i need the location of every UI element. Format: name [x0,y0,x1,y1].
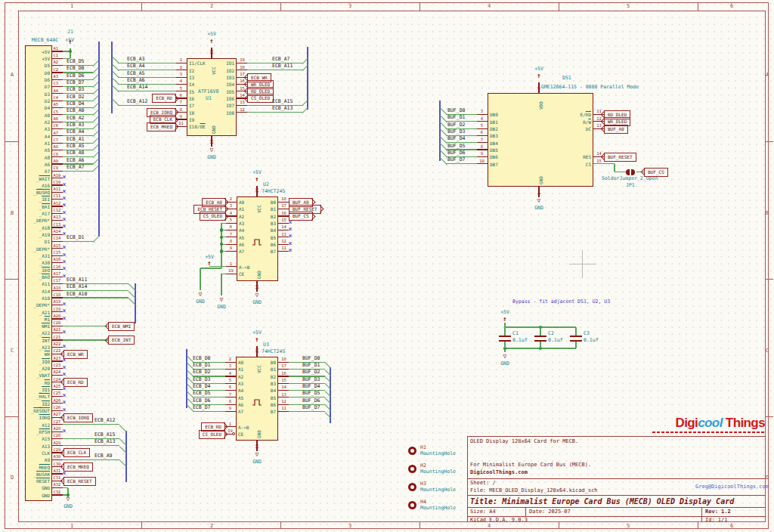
global-label-BUF_RESET[interactable]: BUF_RESET [604,153,636,162]
global-label-ECB_WR[interactable]: ECB_WR [63,350,88,359]
net-label[interactable]: ECB_D4 [67,101,84,107]
net-label[interactable]: ECB_A15 [94,431,115,438]
global-label-ECB_INT[interactable]: ECB_INT [108,336,135,345]
net-label[interactable]: ECB_A8 [67,150,84,156]
net-label[interactable]: ECB_D1 [67,234,84,240]
net-label[interactable]: ECB_A10 [67,291,87,297]
net-label[interactable]: ECB_D1 [193,362,210,368]
net-label[interactable]: ECB_A3 [127,56,144,62]
net-label[interactable]: ECB_D6 [67,73,84,79]
net-label[interactable]: BUF_D1 [447,114,465,120]
net-label[interactable]: ECB_A12 [127,98,147,104]
global-label-CS_OLED[interactable]: CS_OLED [200,212,226,221]
global-label-CS_OLED[interactable]: CS_OLED [199,430,225,439]
net-label[interactable]: ECB_A7 [67,164,84,170]
capacitor-plate[interactable] [499,340,511,342]
net-label[interactable]: BUF_D7 [302,404,320,410]
solder-jumper-icon[interactable] [631,169,635,175]
net-label[interactable]: BUF_D5 [302,390,320,396]
net-label[interactable]: ECB_D5 [193,390,210,396]
global-label-ECB_NMI[interactable]: ECB_NMI [108,322,135,331]
pin-name: GND [538,176,543,184]
net-label[interactable]: BUF_D6 [447,150,465,156]
global-label-ECB_RD[interactable]: ECB_RD [152,94,176,103]
net-label[interactable]: ECB_A6 [67,157,84,163]
net-label[interactable]: ECB_A4 [127,63,144,69]
net-label[interactable]: ECB_A3 [67,122,84,128]
net-label[interactable]: BUF_D5 [447,143,465,149]
net-label[interactable]: ECB_D0 [67,65,84,71]
pin-number: 5 [477,123,487,128]
net-label[interactable]: ECB_D7 [67,79,84,85]
mounting-hole-H2[interactable] [408,465,416,473]
net-label[interactable]: ECB_A2 [67,115,84,121]
net-label[interactable]: ECB_A11 [67,277,87,283]
pin-name: A0 [26,113,50,118]
net-label[interactable]: BUF_D4 [447,135,465,141]
net-label[interactable]: ECB_A12 [94,417,115,423]
net-label[interactable]: ECB_A9 [94,453,112,459]
net-label[interactable]: ECB_D3 [67,86,84,92]
pin-name: CE [238,431,243,437]
net-label[interactable]: ECB_A1 [67,136,84,142]
net-label[interactable]: ECB_D2 [193,369,210,375]
global-label-ECB_MREQ[interactable]: ECB_MREQ [147,122,176,131]
mounting-hole-H4[interactable] [408,501,416,509]
capacitor-plate[interactable] [534,340,546,342]
net-label[interactable]: ECB_D7 [193,404,210,410]
net-label[interactable]: ECB_A7 [272,56,289,62]
net-label[interactable]: ECB_A14 [67,283,87,289]
pin-number: 12 [279,399,289,404]
net-label[interactable]: ECB_A5 [67,143,84,149]
net-label[interactable]: BUF_D3 [447,128,465,135]
solder-jumper-icon[interactable] [626,169,630,175]
capacitor-plate[interactable] [570,340,582,342]
net-label[interactable]: ECB_A0 [67,107,84,113]
net-label[interactable]: BUF_D7 [447,156,465,162]
mounting-hole-H3[interactable] [408,483,416,491]
net-label[interactable]: ECB_A15 [272,98,293,104]
global-label-ECB_CLK[interactable]: ECB_CLK [63,448,90,457]
net-label[interactable]: BUF_D0 [302,355,320,361]
capacitor-plate[interactable] [570,336,582,337]
net-label[interactable]: ECB_A13 [94,438,115,444]
schematic-canvas[interactable]: 112233445566AABBCCDD Bypass - fit adjace… [0,0,774,532]
global-label-BUF_A0[interactable]: BUF_A0 [604,125,628,134]
net-label[interactable]: ECB_A5 [127,70,144,76]
net-label[interactable]: ECB_D0 [193,355,210,361]
net-label[interactable]: ECB_A11 [272,63,293,69]
net-label[interactable]: ECB_A4 [67,128,84,135]
net-label[interactable]: ECB_A13 [272,105,293,111]
net-label[interactable]: ECB_A14 [127,84,147,90]
pin-number: 5 [176,86,186,91]
global-label-ECB_RESET[interactable]: ECB_RESET [63,477,96,486]
global-label-ECB_MREQ[interactable]: ECB_MREQ [63,462,93,472]
net-label[interactable]: BUF_D2 [302,369,320,375]
net-label[interactable]: BUF_D6 [302,397,320,404]
net-label[interactable]: ECB_D5 [67,58,84,64]
no-connect-icon: × [63,274,67,280]
wire [63,459,119,460]
mounting-hole-H1[interactable] [408,447,416,455]
no-connect-icon: × [63,344,67,350]
global-label-ECB_RD[interactable]: ECB_RD [63,378,88,387]
no-connect-icon: × [63,203,67,209]
global-label-CS_OLED[interactable]: CS_OLED [247,94,274,103]
capacitor-plate[interactable] [499,336,511,337]
net-label[interactable]: BUF_D1 [302,362,320,368]
net-label[interactable]: BUF_D0 [447,107,465,113]
net-label[interactable]: BUF_D4 [302,383,320,389]
net-label[interactable]: ECB_D6 [193,397,210,404]
capacitor-plate[interactable] [534,336,546,337]
net-label[interactable]: ECB_A6 [127,77,144,83]
ds1-val: GME12864-115 - 8080 Parallel Mode [541,84,639,90]
pin-name: A9 [26,457,50,462]
global-label-BUF_CS[interactable]: BUF_CS [289,212,313,221]
net-label[interactable]: ECB_D4 [193,383,210,389]
pin-number: A21 [54,327,61,332]
net-label[interactable]: ECB_D3 [193,376,210,382]
net-label[interactable]: BUF_D3 [302,376,320,382]
global-label-ECB_IORQ[interactable]: ECB_IORQ [63,413,93,422]
net-label[interactable]: BUF_D2 [447,122,465,128]
net-label[interactable]: ECB_D2 [67,94,84,100]
